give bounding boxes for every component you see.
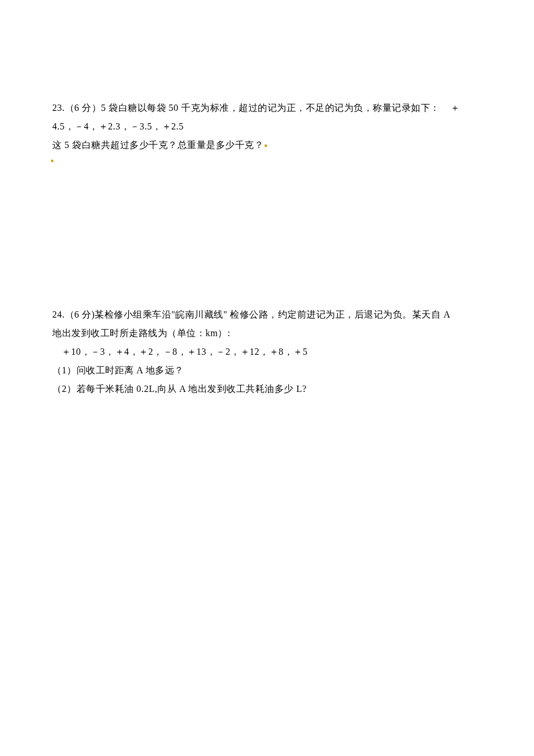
problem-24-sub-2: （2）若每千米耗油 0.2L,向从 A 地出发到收工共耗油多少 L? bbox=[52, 380, 482, 398]
problem-24-points: （6 分) bbox=[65, 309, 95, 319]
problem-24-sub-1: （1）问收工时距离 A 地多远？ bbox=[52, 361, 482, 380]
problem-23-text-1b: ＋ bbox=[450, 103, 460, 113]
problem-24-data: ＋10，－3，＋4，＋2，－8，＋13，－2，＋12，＋8，＋5 bbox=[62, 347, 308, 357]
problem-23-line-1: 23.（6 分）5 袋白糖以每袋 50 千克为标准，超过的记为正，不足的记为负，… bbox=[52, 99, 482, 117]
problem-23-line-3: 这 5 袋白糖共超过多少千克？总重量是多少千克？ bbox=[52, 136, 482, 154]
problem-24-sub-2-text: （2）若每千米耗油 0.2L,向从 A 地出发到收工共耗油多少 L? bbox=[52, 384, 306, 394]
problem-24-number: 24. bbox=[52, 309, 65, 319]
problem-23: 23.（6 分）5 袋白糖以每袋 50 千克为标准，超过的记为正，不足的记为负，… bbox=[52, 99, 482, 154]
annotation-mark-icon bbox=[51, 160, 53, 162]
problem-23-text-1a: 5 袋白糖以每袋 50 千克为标准，超过的记为正，不足的记为负，称量记录如下： bbox=[101, 103, 440, 113]
problem-24: 24.（6 分)某检修小组乘车沿"皖南川藏线" 检修公路，约定前进记为正，后退记… bbox=[52, 305, 482, 398]
problem-24-text-2: 地出发到收工时所走路线为（单位：km）: bbox=[52, 328, 230, 338]
annotation-marker-icon bbox=[265, 145, 267, 147]
problem-23-line-2: 4.5，－4，＋2.3，－3.5，＋2.5 bbox=[52, 117, 482, 136]
problem-24-text-1: 某检修小组乘车沿"皖南川藏线" 检修公路，约定前进记为正，后退记为负。某天自 A bbox=[95, 309, 450, 319]
problem-24-line-2: 地出发到收工时所走路线为（单位：km）: bbox=[52, 324, 482, 343]
problem-23-number: 23. bbox=[52, 103, 65, 113]
problem-23-text-2: 4.5，－4，＋2.3，－3.5，＋2.5 bbox=[52, 121, 184, 131]
problem-24-line-1: 24.（6 分)某检修小组乘车沿"皖南川藏线" 检修公路，约定前进记为正，后退记… bbox=[52, 305, 482, 324]
problem-24-sub-1-text: （1）问收工时距离 A 地多远？ bbox=[52, 365, 184, 375]
problem-23-points: （6 分） bbox=[65, 103, 102, 113]
problem-24-data-line: ＋10，－3，＋4，＋2，－8，＋13，－2，＋12，＋8，＋5 bbox=[52, 343, 482, 361]
problem-23-text-3: 这 5 袋白糖共超过多少千克？总重量是多少千克？ bbox=[52, 140, 264, 150]
